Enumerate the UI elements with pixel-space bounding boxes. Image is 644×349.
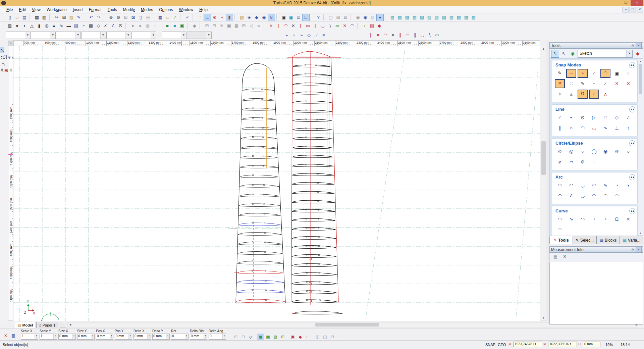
menu-file[interactable]: File — [3, 7, 16, 13]
chevron-down-icon[interactable]: ▼ — [125, 32, 131, 39]
grid-edit-icon[interactable]: ▧ — [272, 334, 279, 341]
mirror-icon[interactable]: ◁ — [248, 22, 255, 30]
snap-midpoint-icon[interactable]: ∕ — [589, 69, 599, 78]
snap-3d-icon[interactable]: ▣ — [612, 69, 622, 78]
render-draft-icon[interactable]: ◉ — [354, 14, 362, 21]
bool-add-icon[interactable]: ■ — [164, 22, 171, 30]
linestyle-combo[interactable]: ▼ — [56, 32, 81, 39]
bool-subtract-icon[interactable]: ■ — [171, 22, 178, 30]
text-tool[interactable]: A — [0, 67, 4, 73]
line-tool[interactable]: ∕ — [3, 54, 4, 59]
palette-close-icon[interactable]: ✕ — [636, 43, 642, 48]
doc-close-button[interactable]: ✕ — [637, 7, 643, 12]
menu-tools[interactable]: Tools — [105, 7, 120, 13]
field-spinner[interactable]: ▲▼ — [147, 334, 151, 339]
print-layout-icon[interactable]: ▦ — [157, 14, 164, 21]
menu-help[interactable]: Help — [196, 7, 211, 13]
constraint-par2-icon[interactable]: ∥ — [411, 32, 419, 39]
snap-arc-center-icon[interactable]: ◠ — [600, 69, 610, 78]
select-entity-icon[interactable]: ▢ — [327, 14, 334, 21]
design-director-icon[interactable]: ◆ — [253, 14, 260, 21]
circle-sketch-icon[interactable]: ◌ — [589, 157, 599, 167]
circle-3pt-icon[interactable]: ◯ — [589, 147, 599, 156]
zoom-window-icon[interactable]: ⊡ — [122, 14, 129, 21]
sheet-tab-model[interactable]: ▨Model — [15, 322, 36, 328]
array-icon[interactable]: ⊞ — [240, 22, 248, 30]
arc-quarter-icon[interactable]: ◔ — [612, 181, 622, 190]
mesh-grid-icon[interactable]: ▦ — [87, 22, 95, 30]
arc-ellipt-icon[interactable]: ◠ — [589, 191, 599, 201]
palette-scrollbar[interactable]: ▲ ▼ — [638, 59, 643, 235]
save-state-icon[interactable]: ▤ — [368, 22, 376, 30]
line-parallel-icon[interactable]: ∥ — [555, 123, 565, 133]
render-hidden-icon[interactable]: ◎ — [369, 14, 376, 21]
arc-edit-icon[interactable]: ◡ — [319, 22, 326, 30]
vscroll-up-arrow[interactable]: ▲ — [541, 46, 546, 51]
curve-fit-icon[interactable]: ◠ — [578, 215, 588, 224]
line-tangent-arc-icon[interactable]: ◠ — [578, 123, 588, 133]
ellipse-icon[interactable]: ⊚ — [612, 147, 622, 156]
view-left-icon[interactable]: ▧ — [433, 14, 440, 21]
vscroll-thumb[interactable] — [541, 141, 546, 175]
undo-icon[interactable]: ↶ — [88, 14, 95, 21]
history-fwd-icon[interactable]: ⊟ — [239, 334, 247, 341]
arc-concave-icon[interactable]: ◡ — [578, 191, 588, 201]
line-irregular-icon[interactable]: ▷ — [589, 113, 599, 122]
view-right-icon[interactable]: ▨ — [440, 14, 448, 21]
shell-gray-icon[interactable]: ● — [129, 22, 137, 30]
sphere-gray4-icon[interactable]: ◌ — [151, 22, 159, 30]
chevron-down-icon[interactable]: ▼ — [25, 32, 30, 39]
palette-tab-tools[interactable]: ✎Tools — [549, 236, 573, 244]
clear-selection-icon[interactable]: ✕ — [4, 333, 7, 338]
angle-30-icon[interactable]: ∠ — [102, 22, 109, 30]
canvas-vscrollbar[interactable]: ▲ ▼ — [541, 46, 546, 321]
ungroup-icon[interactable]: ⊟ — [211, 22, 218, 30]
palette-scroll-thumb[interactable] — [639, 64, 642, 94]
field-spinner[interactable]: ▲▼ — [222, 334, 226, 339]
ellipse-diam-icon[interactable]: ⊘ — [578, 157, 588, 167]
snap-tangent-icon[interactable]: ∕ — [600, 79, 610, 89]
layer-combo[interactable]: ▼ — [6, 32, 31, 39]
collapse-icon[interactable]: ▲▲ — [629, 62, 635, 68]
line-perpendicular-icon[interactable]: ∕ — [623, 113, 633, 122]
constraint-arc-icon[interactable]: ◠ — [382, 32, 389, 39]
cylinder-icon[interactable]: ▮ — [36, 22, 43, 30]
coil-icon[interactable]: ∿ — [58, 22, 65, 30]
chevron-down-icon[interactable]: ▼ — [151, 32, 156, 39]
line-perp-arc-icon[interactable]: ∿ — [600, 123, 610, 133]
geo-toggle[interactable]: GEO — [498, 343, 506, 347]
field-input[interactable]: 0 mm▲▼ — [115, 334, 132, 340]
hemisphere-icon[interactable]: ◗ — [21, 22, 28, 30]
arc-3pt-icon[interactable]: ◠ — [589, 181, 599, 190]
close-button[interactable]: ✕ — [631, 0, 643, 6]
menu-workspace[interactable]: Workspace — [44, 7, 70, 13]
palette-tab-selec[interactable]: ↖Selec... — [573, 236, 596, 244]
camera-icon[interactable]: ◉ — [260, 14, 268, 21]
collapse-icon[interactable]: ▲▲ — [629, 140, 635, 146]
grid-table-icon[interactable]: ▦ — [257, 334, 264, 341]
line-rectangle-icon[interactable]: □ — [600, 113, 610, 122]
zoom-previous-icon[interactable]: ◎ — [144, 14, 152, 21]
menu-insert[interactable]: Insert — [70, 7, 86, 13]
menu-window[interactable]: Window — [176, 7, 197, 13]
angle-dim-icon[interactable]: ∠ — [109, 22, 117, 30]
snap-face-icon[interactable]: ⌂ — [589, 79, 599, 89]
line-rotated-rect-icon[interactable]: ◇ — [612, 113, 622, 122]
chevron-down-icon[interactable]: ▼ — [75, 32, 80, 39]
align-icon[interactable]: ≡ — [255, 22, 262, 30]
field-input[interactable]: 0 mm▲▼ — [152, 334, 170, 340]
vscroll-down-arrow[interactable]: ▼ — [541, 315, 546, 320]
field-spinner[interactable]: ▲▼ — [166, 334, 169, 339]
snap-star-icon[interactable]: ✳ — [555, 90, 565, 99]
snap-grid-icon[interactable]: ∷ — [566, 79, 576, 89]
lock-icon[interactable]: ▣ — [289, 334, 297, 341]
menu-view[interactable]: View — [29, 7, 44, 13]
zoom-in-icon[interactable]: ⊕ — [107, 14, 115, 21]
palette-tab-blocks[interactable]: ▦Blocks — [596, 236, 620, 244]
sweep-icon[interactable]: S — [117, 22, 124, 30]
node-delete-icon[interactable]: ⌁ — [298, 32, 305, 39]
snap-aperture-icon[interactable]: ⊗ — [211, 14, 218, 21]
snap-angle-icon[interactable]: ∧ — [600, 90, 610, 99]
grid-dots-icon[interactable]: ∷ — [196, 14, 204, 21]
arc-concentric-icon[interactable]: ◠ — [566, 181, 576, 190]
